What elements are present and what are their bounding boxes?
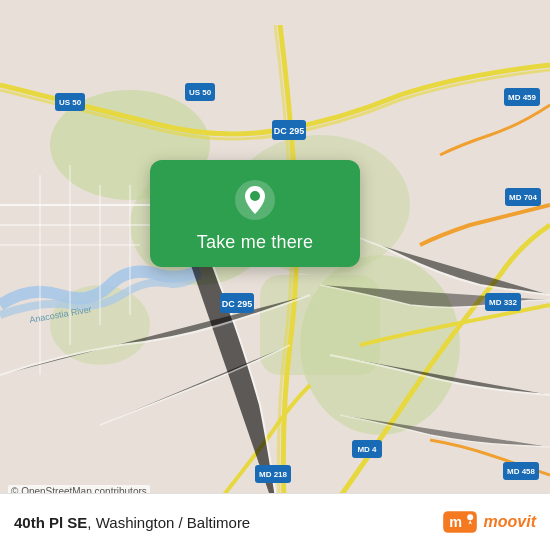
location-name: 40th Pl SE — [14, 514, 87, 531]
svg-text:DC 295: DC 295 — [222, 299, 253, 309]
map-pin-icon — [233, 178, 277, 222]
location-info: 40th Pl SE, Washington / Baltimore — [14, 514, 250, 531]
svg-point-39 — [467, 514, 473, 520]
svg-text:MD 332: MD 332 — [489, 298, 518, 307]
map-container: DC 295 US 50 US 50 DC 295 MD 4 MD 218 MD… — [0, 0, 550, 550]
location-separator: , — [87, 514, 95, 531]
moovit-text: moovit — [484, 513, 536, 531]
bottom-bar: 40th Pl SE, Washington / Baltimore m moo… — [0, 493, 550, 550]
location-city: Washington / Baltimore — [96, 514, 251, 531]
svg-point-36 — [250, 191, 260, 201]
svg-text:MD 4: MD 4 — [357, 445, 377, 454]
svg-text:MD 458: MD 458 — [507, 467, 536, 476]
moovit-logo: m moovit — [442, 504, 536, 540]
svg-text:US 50: US 50 — [189, 88, 212, 97]
popup-card: Take me there — [150, 160, 360, 267]
svg-text:DC 295: DC 295 — [274, 126, 305, 136]
svg-text:MD 459: MD 459 — [508, 93, 537, 102]
take-me-there-button[interactable]: Take me there — [197, 232, 313, 253]
svg-text:MD 218: MD 218 — [259, 470, 288, 479]
svg-text:MD 704: MD 704 — [509, 193, 538, 202]
moovit-logo-icon: m — [442, 504, 478, 540]
svg-text:m: m — [449, 514, 462, 530]
svg-text:US 50: US 50 — [59, 98, 82, 107]
map-background: DC 295 US 50 US 50 DC 295 MD 4 MD 218 MD… — [0, 0, 550, 550]
